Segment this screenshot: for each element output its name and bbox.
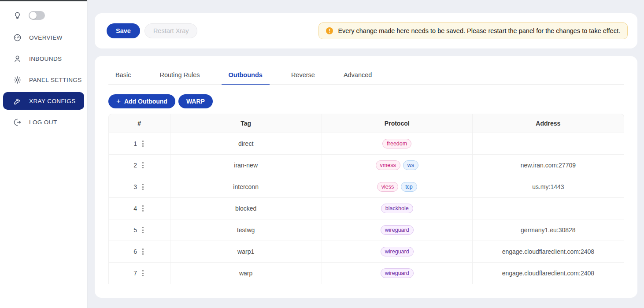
row-index: 6: [133, 248, 137, 255]
row-index: 2: [133, 162, 137, 169]
xray-configs-card: Basic Routing Rules Outbounds Reverse Ad…: [95, 56, 637, 298]
add-outbound-label: Add Outbound: [124, 98, 167, 105]
protocol-badge: wireguard: [381, 268, 414, 278]
toolbar-card: Save Restart Xray ! Every change made he…: [95, 13, 637, 48]
tab-reverse[interactable]: Reverse: [284, 67, 322, 84]
outbounds-table-body: 1 direct freedom 2 iran-new vmessws: [108, 133, 624, 284]
row-address: us.my:1443: [473, 176, 624, 198]
row-tag: warp: [170, 263, 322, 284]
sidebar-item-label: PANEL SETTINGS: [29, 77, 82, 83]
protocol-badge: ws: [403, 160, 418, 170]
tab-advanced[interactable]: Advanced: [337, 67, 379, 84]
protocol-badge: vmess: [376, 160, 400, 170]
row-menu-icon[interactable]: [141, 204, 145, 213]
outbound-actions: + Add Outbound WARP: [108, 94, 624, 108]
table-row: 6 warp1 wireguard engage.cloudflareclien…: [108, 241, 624, 263]
sidebar-item-label: XRAY CONFIGS: [29, 98, 76, 104]
row-index: 5: [133, 226, 137, 234]
protocol-badge: vless: [377, 182, 398, 192]
row-address: new.iran.com:27709: [473, 155, 624, 176]
sidebar-item-label: OVERVIEW: [29, 34, 63, 41]
sidebar-item-log-out[interactable]: LOG OUT: [3, 113, 84, 131]
row-index: 1: [133, 140, 137, 147]
row-protocols: vlesstcp: [322, 182, 472, 192]
restart-xray-button[interactable]: Restart Xray: [144, 23, 198, 38]
row-protocols: freedom: [322, 139, 472, 148]
lightbulb-icon: [13, 11, 22, 20]
row-menu-icon[interactable]: [141, 269, 145, 278]
warning-alert: ! Every change made here needs to be sav…: [318, 22, 628, 39]
row-address: engage.cloudflareclient.com:2408: [473, 241, 624, 263]
add-outbound-button[interactable]: + Add Outbound: [108, 94, 175, 108]
tab-basic[interactable]: Basic: [108, 67, 138, 84]
table-row: 2 iran-new vmessws new.iran.com:27709: [108, 155, 624, 176]
row-address: germany1.eu:30828: [473, 219, 624, 241]
row-protocols: wireguard: [322, 247, 472, 256]
row-menu-icon[interactable]: [141, 182, 145, 191]
row-index: 4: [133, 205, 137, 212]
protocol-badge: tcp: [401, 182, 417, 192]
gear-icon: [13, 76, 22, 84]
save-button[interactable]: Save: [107, 23, 140, 38]
row-menu-icon[interactable]: [141, 139, 145, 148]
dashboard-icon: [13, 33, 22, 42]
main-content: Save Restart Xray ! Every change made he…: [88, 0, 644, 308]
row-tag: direct: [170, 133, 322, 155]
table-row: 3 interconn vlesstcp us.my:1443: [108, 176, 624, 198]
sidebar-item-label: INBOUNDS: [29, 56, 62, 62]
config-tabs: Basic Routing Rules Outbounds Reverse Ad…: [108, 67, 624, 85]
table-row: 1 direct freedom: [108, 133, 624, 155]
tab-routing-rules[interactable]: Routing Rules: [152, 67, 207, 84]
protocol-badge: wireguard: [381, 247, 414, 256]
sidebar-item-panel-settings[interactable]: PANEL SETTINGS: [3, 71, 84, 89]
table-row: 7 warp wireguard engage.cloudflareclient…: [108, 263, 624, 284]
row-protocols: vmessws: [322, 160, 472, 170]
column-header-address: Address: [473, 114, 624, 133]
protocol-badge: blackhole: [381, 204, 413, 213]
exclamation-circle-icon: !: [326, 27, 333, 34]
table-row: 4 blocked blackhole: [108, 198, 624, 219]
row-protocols: wireguard: [322, 225, 472, 235]
row-address: engage.cloudflareclient.com:2408: [473, 263, 624, 284]
toggle-knob: [30, 12, 37, 19]
wrench-icon: [13, 97, 22, 105]
warp-button[interactable]: WARP: [178, 94, 213, 108]
row-menu-icon[interactable]: [141, 226, 145, 234]
row-tag: interconn: [170, 176, 322, 198]
sidebar-item-overview[interactable]: OVERVIEW: [3, 29, 84, 46]
column-header-index: #: [108, 114, 170, 133]
outbounds-table: # Tag Protocol Address 1 direct freedom: [108, 114, 624, 284]
column-header-protocol: Protocol: [322, 114, 473, 133]
row-tag: testwg: [170, 219, 322, 241]
row-protocols: wireguard: [322, 268, 472, 278]
column-header-tag: Tag: [170, 114, 322, 133]
table-header-row: # Tag Protocol Address: [108, 114, 624, 133]
row-tag: blocked: [170, 198, 322, 219]
protocol-badge: freedom: [382, 139, 411, 148]
row-tag: warp1: [170, 241, 322, 263]
row-protocols: blackhole: [322, 204, 472, 213]
plus-icon: +: [116, 97, 121, 105]
sidebar-item-label: LOG OUT: [29, 119, 57, 126]
sidebar-item-inbounds[interactable]: INBOUNDS: [3, 50, 84, 67]
row-index: 3: [133, 183, 137, 190]
row-index: 7: [133, 270, 137, 277]
protocol-badge: wireguard: [381, 225, 414, 235]
table-row: 5 testwg wireguard germany1.eu:30828: [108, 219, 624, 241]
row-menu-icon[interactable]: [141, 247, 145, 256]
warning-alert-text: Every change made here needs to be saved…: [338, 27, 620, 34]
sidebar: OVERVIEW INBOUNDS PANEL SETTINGS: [0, 0, 88, 308]
logout-icon: [13, 118, 22, 126]
row-address: [473, 198, 624, 219]
sidebar-item-xray-configs[interactable]: XRAY CONFIGS: [3, 92, 84, 110]
tab-outbounds[interactable]: Outbounds: [222, 67, 270, 84]
toolbar-buttons: Save Restart Xray: [107, 23, 197, 38]
user-icon: [13, 55, 22, 63]
theme-toggle-row: [0, 1, 87, 22]
row-menu-icon[interactable]: [141, 161, 145, 170]
row-address: [473, 133, 624, 155]
sidebar-nav: OVERVIEW INBOUNDS PANEL SETTINGS: [0, 29, 87, 131]
theme-toggle[interactable]: [29, 11, 45, 20]
row-tag: iran-new: [170, 155, 322, 176]
